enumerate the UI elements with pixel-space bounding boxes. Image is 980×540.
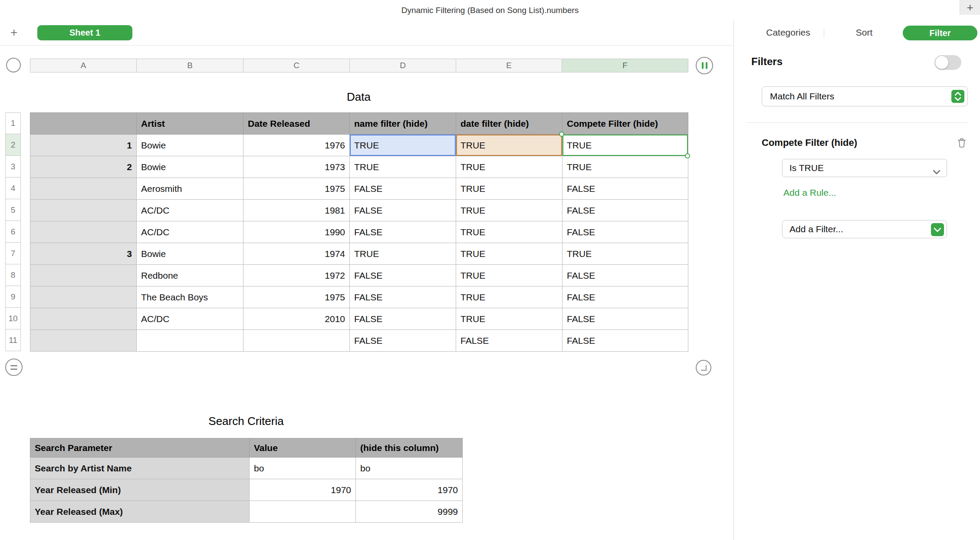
row-header-10[interactable]: 10 <box>5 307 21 329</box>
cell-c5[interactable]: 1981 <box>243 200 350 221</box>
cell-a1[interactable] <box>30 113 137 135</box>
row-header-5[interactable]: 5 <box>5 199 21 221</box>
search-cell-param-1[interactable]: Search by Artist Name <box>30 458 250 479</box>
cell-e9[interactable]: TRUE <box>456 286 562 308</box>
cell-b9[interactable]: The Beach Boys <box>137 286 243 308</box>
row-header-1[interactable]: 1 <box>5 112 21 134</box>
column-header-a[interactable]: A <box>30 59 137 72</box>
cell-e1[interactable]: date filter (hide) <box>456 113 562 135</box>
cell-b1[interactable]: Artist <box>137 113 243 135</box>
cell-e2[interactable]: TRUE <box>456 135 562 156</box>
cell-f8[interactable]: FALSE <box>562 265 688 286</box>
cell-b3[interactable]: Bowie <box>137 156 243 178</box>
cell-b2[interactable]: Bowie <box>137 135 243 156</box>
trash-icon[interactable] <box>956 137 967 148</box>
cell-d2[interactable]: TRUE <box>350 135 456 156</box>
cell-d8[interactable]: FALSE <box>350 265 456 286</box>
search-cell-hide-1[interactable]: bo <box>356 458 463 479</box>
column-header-c[interactable]: C <box>243 59 350 72</box>
row-header-9[interactable]: 9 <box>5 286 21 308</box>
cell-f4[interactable]: FALSE <box>562 178 688 200</box>
cell-c7[interactable]: 1974 <box>243 243 350 265</box>
cell-e7[interactable]: TRUE <box>456 243 562 265</box>
cell-d3[interactable]: TRUE <box>350 156 456 178</box>
cell-b10[interactable]: AC/DC <box>137 308 243 330</box>
cell-a8[interactable] <box>30 265 137 286</box>
cell-c3[interactable]: 1973 <box>243 156 350 178</box>
search-cell-hide-2[interactable]: 1970 <box>356 479 463 501</box>
column-header-d[interactable]: D <box>350 59 456 72</box>
search-cell-param-2[interactable]: Year Released (Min) <box>30 479 250 501</box>
filters-toggle[interactable] <box>934 55 961 70</box>
cell-f3[interactable]: TRUE <box>562 156 688 178</box>
cell-b4[interactable]: Aerosmith <box>137 178 243 200</box>
cell-a3[interactable]: 2 <box>30 156 137 178</box>
select-all-circle-icon[interactable] <box>6 58 21 72</box>
match-filters-dropdown[interactable]: Match All Filters <box>762 86 968 106</box>
search-cell-value-1[interactable]: bo <box>250 458 356 479</box>
cell-c10[interactable]: 2010 <box>243 308 350 330</box>
row-header-6[interactable]: 6 <box>5 221 21 243</box>
cell-d5[interactable]: FALSE <box>350 200 456 221</box>
column-header-f[interactable]: F <box>562 59 688 72</box>
cell-f1[interactable]: Compete Filter (hide) <box>562 113 688 135</box>
cell-c4[interactable]: 1975 <box>243 178 350 200</box>
search-header-param[interactable]: Search Parameter <box>30 438 250 458</box>
cell-e5[interactable]: TRUE <box>456 200 562 221</box>
selection-handle-icon[interactable] <box>559 132 564 137</box>
row-header-4[interactable]: 4 <box>5 177 21 199</box>
cell-f10[interactable]: FALSE <box>562 308 688 330</box>
search-cell-value-3[interactable] <box>250 501 356 523</box>
cell-a5[interactable] <box>30 200 137 221</box>
cell-a11[interactable] <box>30 330 137 352</box>
sheet-tab[interactable]: Sheet 1 <box>37 25 132 40</box>
tab-categories[interactable]: Categories <box>760 27 816 38</box>
row-header-7[interactable]: 7 <box>5 242 21 264</box>
cell-e6[interactable]: TRUE <box>456 221 562 243</box>
cell-d4[interactable]: FALSE <box>350 178 456 200</box>
cell-f11[interactable]: FALSE <box>562 330 688 352</box>
cell-e4[interactable]: TRUE <box>456 178 562 200</box>
cell-b5[interactable]: AC/DC <box>137 200 243 221</box>
column-header-b[interactable]: B <box>137 59 243 72</box>
cell-a9[interactable] <box>30 286 137 308</box>
row-header-8[interactable]: 8 <box>5 264 21 286</box>
cell-b7[interactable]: Bowie <box>137 243 243 265</box>
cell-a2[interactable]: 1 <box>30 135 137 156</box>
cell-f2[interactable]: TRUE <box>562 135 688 156</box>
cell-f9[interactable]: FALSE <box>562 286 688 308</box>
cell-e11[interactable]: FALSE <box>456 330 562 352</box>
search-table-title[interactable]: Search Criteria <box>30 415 462 428</box>
cell-c6[interactable]: 1990 <box>243 221 350 243</box>
cell-a7[interactable]: 3 <box>30 243 137 265</box>
resize-corner-icon[interactable] <box>696 360 711 375</box>
cell-d9[interactable]: FALSE <box>350 286 456 308</box>
column-header-e[interactable]: E <box>456 59 562 72</box>
cell-d7[interactable]: TRUE <box>350 243 456 265</box>
cell-d6[interactable]: FALSE <box>350 221 456 243</box>
search-header-value[interactable]: Value <box>250 438 356 458</box>
row-header-3[interactable]: 3 <box>5 155 21 178</box>
tab-sort[interactable]: Sort <box>838 27 890 38</box>
selection-handle-icon[interactable] <box>685 153 690 158</box>
cell-e8[interactable]: TRUE <box>456 265 562 286</box>
search-header-hide[interactable]: (hide this column) <box>356 438 463 458</box>
cell-a6[interactable] <box>30 221 137 243</box>
search-cell-value-2[interactable]: 1970 <box>250 479 356 501</box>
cell-b11[interactable] <box>137 330 243 352</box>
cell-c2[interactable]: 1976 <box>243 135 350 156</box>
cell-f5[interactable]: FALSE <box>562 200 688 221</box>
cell-d1[interactable]: name filter (hide) <box>350 113 456 135</box>
cell-c9[interactable]: 1975 <box>243 286 350 308</box>
add-filter-dropdown[interactable]: Add a Filter... <box>782 220 947 238</box>
search-cell-param-3[interactable]: Year Released (Max) <box>30 501 250 523</box>
add-rule-link[interactable]: Add a Rule... <box>783 188 836 198</box>
new-tab-button[interactable]: + <box>960 0 980 15</box>
cell-c1[interactable]: Date Released <box>243 113 350 135</box>
cell-e3[interactable]: TRUE <box>456 156 562 178</box>
add-rows-handle-icon[interactable] <box>5 359 23 376</box>
data-table-title[interactable]: Data <box>30 90 687 103</box>
search-cell-hide-3[interactable]: 9999 <box>356 501 463 523</box>
cell-b6[interactable]: AC/DC <box>137 221 243 243</box>
tab-filter[interactable]: Filter <box>903 26 977 40</box>
